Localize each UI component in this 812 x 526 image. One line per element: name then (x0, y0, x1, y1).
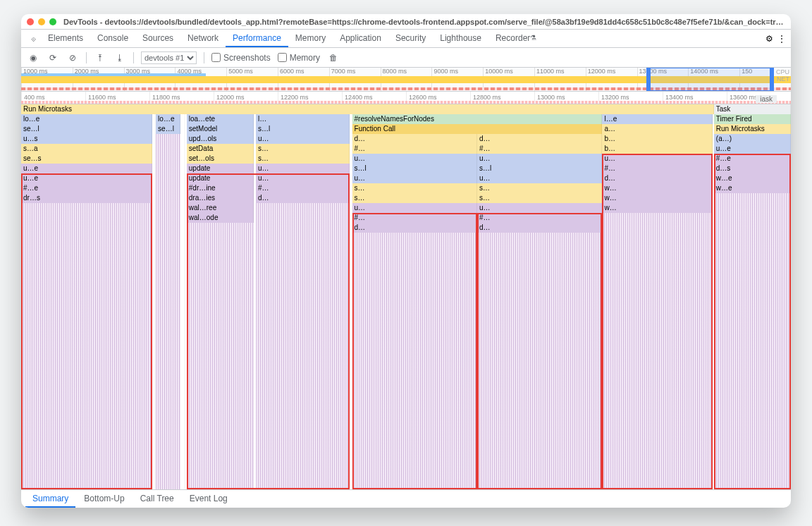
flame-frame[interactable]: wal…ode (187, 213, 254, 223)
flame-frame[interactable]: d… (477, 134, 602, 144)
flame-frame[interactable]: s… (256, 154, 350, 164)
flame-frame[interactable]: loa…ete (187, 114, 254, 124)
zoom-icon[interactable] (49, 18, 56, 25)
run-microtasks-right[interactable]: Run Microtasks (714, 124, 791, 134)
flame-frame[interactable]: u… (256, 173, 350, 183)
flame-frame[interactable]: update (187, 173, 254, 183)
flame-frame[interactable]: d… (352, 223, 477, 233)
flame-frame[interactable]: u… (477, 173, 602, 183)
flame-frame[interactable]: set…ols (187, 154, 254, 164)
flame-frame[interactable]: u… (477, 203, 602, 213)
gc-button[interactable]: 🗑 (327, 53, 340, 63)
resolve-names[interactable]: #resolveNamesForNodes (352, 114, 603, 124)
flame-frame[interactable]: u… (352, 173, 477, 183)
flame-frame[interactable]: s…l (256, 124, 350, 134)
selection-handle-right[interactable] (770, 68, 774, 91)
overview-selection[interactable] (648, 68, 772, 91)
tab-performance[interactable]: Performance (226, 30, 288, 47)
tab-application[interactable]: Application (333, 30, 388, 47)
detail-tab-event-log[interactable]: Event Log (183, 490, 235, 508)
flame-frame[interactable]: w…e (714, 183, 791, 193)
flame-frame[interactable]: b… (602, 144, 712, 154)
tab-network[interactable]: Network (180, 30, 226, 47)
flame-deep-stack[interactable] (602, 213, 712, 489)
tab-recorder[interactable]: Recorder ⚗ (488, 30, 543, 47)
flame-frame[interactable]: u… (256, 134, 350, 144)
more-icon[interactable]: ⋮ (777, 34, 787, 44)
screenshots-checkbox[interactable]: Screenshots (211, 53, 271, 63)
flame-frame[interactable]: dr…s (21, 193, 152, 203)
minimize-icon[interactable] (38, 18, 45, 25)
inspect-icon[interactable]: ⟐ (25, 34, 41, 44)
flame-deep-stack[interactable] (187, 223, 254, 489)
flame-frame[interactable]: #… (477, 144, 602, 154)
flame-frame[interactable]: upd…ols (187, 134, 254, 144)
flame-frame[interactable]: l… (256, 114, 350, 124)
flame-deep-stack[interactable] (714, 193, 791, 489)
flame-frame[interactable]: se…l (21, 124, 152, 134)
flame-frame[interactable]: #… (477, 213, 602, 223)
function-call[interactable]: Function Call (352, 124, 603, 134)
record-button[interactable]: ◉ (27, 53, 39, 63)
flame-deep-stack[interactable] (352, 233, 477, 489)
flame-frame[interactable]: w… (602, 193, 712, 203)
selection-handle-left[interactable] (646, 68, 651, 91)
flame-frame[interactable]: update (187, 164, 254, 173)
save-profile-icon[interactable]: ⭳ (113, 53, 126, 63)
flame-frame[interactable]: (a…) (714, 134, 791, 144)
tab-console[interactable]: Console (90, 30, 135, 47)
flame-frame[interactable]: a… (602, 124, 712, 134)
flame-frame[interactable]: #… (256, 183, 350, 193)
flame-frame[interactable]: u…e (21, 173, 152, 183)
flame-deep-stack[interactable] (477, 233, 602, 489)
flame-frame[interactable]: d… (352, 134, 477, 144)
flame-frame[interactable]: s…l (477, 164, 602, 173)
window-controls[interactable] (27, 18, 56, 25)
flame-deep-stack[interactable] (156, 134, 180, 489)
flame-frame[interactable]: #… (352, 213, 477, 223)
flame-deep-stack[interactable] (21, 203, 152, 489)
detail-ruler[interactable]: 400 ms11600 ms11800 ms12000 ms12200 ms12… (21, 92, 791, 104)
flame-frame[interactable]: setData (187, 144, 254, 154)
load-profile-icon[interactable]: ⭱ (94, 53, 106, 63)
flame-frame[interactable]: u… (602, 154, 712, 164)
close-icon[interactable] (27, 18, 34, 25)
flame-frame[interactable]: b… (602, 134, 712, 144)
task-band[interactable]: Task (714, 104, 791, 114)
flame-frame[interactable]: #… (602, 164, 712, 173)
flame-frame[interactable]: s… (352, 183, 477, 193)
flame-frame[interactable]: l…e (602, 114, 712, 124)
flame-frame[interactable]: #…e (714, 154, 791, 164)
flame-frame[interactable]: w… (602, 203, 712, 213)
flame-frame[interactable]: w… (602, 183, 712, 193)
flame-frame[interactable]: lo…e (156, 114, 180, 124)
profile-select[interactable]: devtools #1 (141, 51, 197, 64)
flame-frame[interactable]: s… (352, 193, 477, 203)
flame-frame[interactable]: #…e (21, 183, 152, 193)
flame-frame[interactable]: s… (477, 193, 602, 203)
overview-ruler[interactable]: 1000 ms2000 ms3000 ms4000 ms5000 ms6000 … (21, 68, 791, 92)
flame-frame[interactable]: u…e (21, 164, 152, 173)
timer-fired[interactable]: Timer Fired (714, 114, 791, 124)
flame-frame[interactable]: lo…e (21, 114, 152, 124)
flame-frame[interactable]: se…s (21, 154, 152, 164)
settings-icon[interactable]: ⚙ (761, 34, 777, 44)
flame-frame[interactable]: se…l (156, 124, 180, 134)
flame-frame[interactable]: s… (256, 144, 350, 154)
flame-frame[interactable]: s…a (21, 144, 152, 154)
flame-deep-stack[interactable] (256, 203, 350, 489)
flame-frame[interactable]: d… (477, 223, 602, 233)
detail-tab-call-tree[interactable]: Call Tree (133, 490, 181, 508)
flame-frame[interactable]: u… (477, 154, 602, 164)
flame-frame[interactable]: w…e (714, 173, 791, 183)
run-microtasks-band[interactable]: Run Microtasks (21, 104, 714, 114)
detail-tab-bottom-up[interactable]: Bottom-Up (77, 490, 131, 508)
flame-frame[interactable]: d… (256, 193, 350, 203)
memory-checkbox[interactable]: Memory (278, 53, 320, 63)
flame-frame[interactable]: u… (352, 154, 477, 164)
flame-frame[interactable]: #dr…ine (187, 183, 254, 193)
tab-memory[interactable]: Memory (288, 30, 333, 47)
tab-sources[interactable]: Sources (135, 30, 180, 47)
flame-frame[interactable]: s… (477, 183, 602, 193)
clear-button[interactable]: ⊘ (66, 53, 79, 63)
